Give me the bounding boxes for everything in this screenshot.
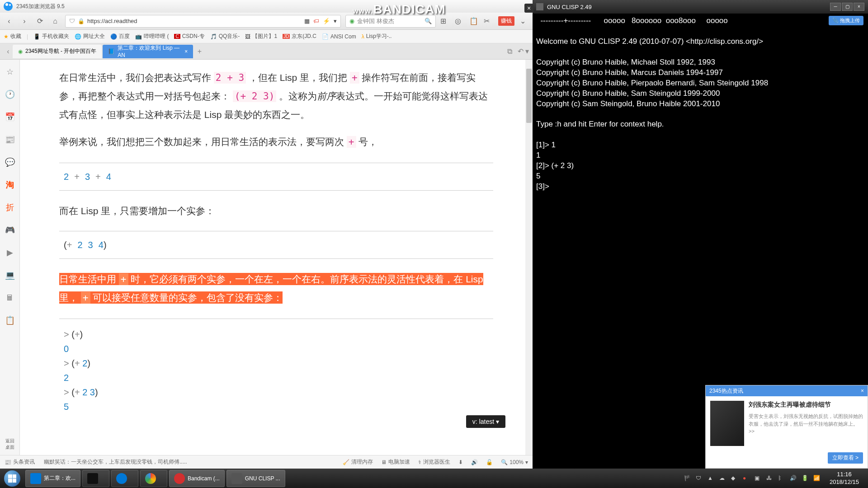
bookmark-item[interactable]: 🌐网址大全 [75, 33, 105, 40]
taskbar-item-cmd[interactable] [82, 470, 109, 487]
rail-star-icon[interactable]: ☆ [5, 66, 15, 77]
undo-icon[interactable]: ↶ ▾ [518, 47, 529, 56]
split-icon[interactable]: ⧉ [507, 47, 512, 56]
bookmarks-bar: ★收藏 | 📱手机收藏夹 🌐网址大全 🔵百度 📺哔哩哔哩 ( CCSDN-专 🎵… [0, 30, 533, 43]
favorites-button[interactable]: ★收藏 [4, 33, 21, 40]
news-close-button[interactable]: × [861, 388, 864, 394]
close-button[interactable]: × [854, 3, 864, 11]
search-placeholder: 金钟国 林俊杰 [357, 17, 394, 25]
code-block: (+ 2 3 4) [59, 231, 493, 259]
tab-lisp-doc[interactable]: 📘 第二章：欢迎来到 Lisp — AN × [103, 45, 193, 58]
start-button[interactable] [0, 469, 24, 488]
rail-game-icon[interactable]: 🎮 [5, 225, 15, 235]
lightning-icon[interactable]: ⚡ [323, 18, 330, 24]
rail-chat-icon[interactable]: 💬 [5, 157, 15, 168]
search-icon[interactable]: 🔍 [425, 18, 432, 24]
tray-item-icon[interactable]: ▣ [755, 475, 762, 482]
status-news[interactable]: 📰头条资讯 [5, 458, 35, 466]
calendar-icon[interactable]: 📋 [469, 17, 478, 26]
reload-button[interactable]: ⟳ [34, 16, 45, 27]
rail-list-icon[interactable]: 📋 [5, 315, 15, 326]
taskbar-item-chrome[interactable] [140, 470, 167, 487]
speed-button[interactable]: 🖥电脑加速 [381, 458, 410, 466]
url-text: https://acl.readthed [87, 18, 137, 24]
tray-cloud-icon[interactable]: ☁ [719, 475, 726, 482]
rail-discount-icon[interactable]: 折 [5, 202, 15, 213]
tray-battery-icon[interactable]: 🔋 [802, 475, 809, 482]
bookmark-item[interactable]: 📄ANSI Com [322, 33, 356, 40]
taskbar-item-clisp[interactable]: GNU CLISP ... [226, 470, 285, 487]
tray-shield-icon[interactable]: 🛡 [696, 475, 703, 482]
new-tab-button[interactable]: + [194, 47, 205, 56]
doctor-button[interactable]: ⚕浏览器医生 [418, 458, 450, 466]
tab-close-button[interactable]: × [184, 48, 188, 55]
minimize-button[interactable]: ─ [830, 3, 841, 11]
windows-logo-icon [8, 474, 16, 483]
bookmark-item[interactable]: CCSDN-专 [174, 33, 204, 40]
inline-code: + [347, 136, 356, 148]
rail-history-icon[interactable]: 🕐 [5, 89, 15, 100]
rail-desktop-button[interactable]: 返回 桌面 [5, 438, 14, 450]
taskbar-item-bandicam[interactable]: Bandicam (... [169, 470, 225, 487]
taskbar-item-ie[interactable] [111, 470, 138, 487]
zoom-control[interactable]: 🔍 100% ▾ [501, 459, 528, 465]
rail-calendar-icon[interactable]: 📅 [5, 112, 15, 122]
tab-nav-home[interactable]: ◉ 2345网址导航 - 开创中国百年 [13, 45, 102, 58]
taskbar-item-browser[interactable]: 第二章：欢... [25, 470, 80, 487]
rail-pc-icon[interactable]: 💻 [5, 270, 15, 281]
rail-taobao-icon[interactable]: 淘 [5, 179, 15, 190]
volume-icon[interactable]: 🔊 [471, 459, 478, 465]
tab-icon: 📘 [108, 48, 115, 55]
tray-rec-icon[interactable]: ● [743, 475, 750, 482]
chevron-down-icon[interactable]: ⌄ [520, 17, 529, 26]
qr-icon[interactable]: ▦ [304, 18, 310, 24]
terminal-output[interactable]: ---------+--------- ooooo 8oooooo ooo8oo… [533, 14, 868, 194]
version-badge[interactable]: v: latest ▾ [466, 415, 505, 428]
tray-app-icon[interactable]: ◆ [731, 475, 738, 482]
address-bar[interactable]: 🛡 🔒 https://acl.readthed ▦ 🏷 ⚡ ▾ [65, 15, 341, 28]
status-joke[interactable]: 幽默笑话：一天坐公交车，上车后发现没零钱，司机师傅..... [44, 458, 187, 466]
bookmark-item[interactable]: 🎵QQ音乐- [210, 33, 240, 40]
bookmark-item[interactable]: 📺哔哩哔哩 ( [135, 33, 169, 40]
back-button[interactable]: ‹ [4, 16, 14, 27]
tag-icon[interactable]: 🏷 [313, 18, 319, 24]
home-button[interactable]: ⌂ [50, 16, 61, 27]
bookmark-item[interactable]: λLisp学习-.. [362, 33, 392, 40]
page-content: 在日常生活中，我们会把表达式写作 2 + 3 ，但在 Lisp 里，我们把 + … [20, 60, 533, 455]
lock-status-icon[interactable]: 🔓 [486, 459, 493, 465]
bookmark-item[interactable]: JD京东(JD.C [283, 33, 316, 40]
bandicam-close-icon[interactable]: × [524, 4, 533, 13]
forward-button[interactable]: › [19, 16, 30, 27]
earn-button[interactable]: 赚钱 [498, 16, 514, 26]
tray-wifi-icon[interactable]: 📶 [813, 475, 821, 482]
rail-news-icon[interactable]: 📰 [5, 134, 15, 145]
grid-icon[interactable]: ⊞ [440, 17, 449, 26]
bookmark-item[interactable]: 🖼【图片】1 [245, 33, 277, 40]
scrollbar-thumb[interactable] [526, 69, 532, 123]
bookmark-item[interactable]: 🔵百度 [110, 33, 130, 40]
taskbar-clock[interactable]: 11:16 2018/12/15 [825, 471, 863, 486]
scissors-icon[interactable]: ✂ [484, 17, 493, 26]
news-icon: 📰 [5, 459, 11, 465]
news-view-button[interactable]: 立即查看 > [828, 452, 863, 464]
scrollbar-vertical[interactable] [525, 60, 533, 455]
rail-video-icon[interactable]: ▶ [5, 247, 15, 258]
rail-calc-icon[interactable]: 🖩 [5, 292, 15, 303]
dropdown-icon[interactable]: ▾ [334, 18, 337, 24]
bookmark-item[interactable]: 📱手机收藏夹 [33, 33, 69, 40]
download-icon[interactable]: ⬇ [458, 459, 463, 465]
tray-flag-icon[interactable]: 🏴 [684, 475, 691, 482]
tray-volume-icon[interactable]: 🔊 [790, 475, 797, 482]
clean-memory-button[interactable]: 🧹清理内存 [343, 458, 373, 466]
tray-up-icon[interactable]: ▲ [708, 475, 715, 482]
paragraph: 而在 Lisp 里，只需要增加一个实参： [59, 202, 493, 220]
upload-badge[interactable]: 📎 拖拽上传 [829, 16, 863, 25]
news-title[interactable]: 刘强东案女主再曝被虐待细节 [749, 401, 863, 409]
maximize-button[interactable]: ▢ [842, 3, 853, 11]
tray-network-icon[interactable]: 🖧 [766, 475, 774, 482]
tray-bluetooth-icon[interactable]: ᛒ [778, 475, 785, 482]
circle-icon[interactable]: ◎ [455, 17, 464, 26]
inline-code: 2 + 3 [214, 72, 246, 84]
tab-scroll-left[interactable]: ‹ [4, 47, 13, 56]
clisp-icon [536, 3, 543, 10]
